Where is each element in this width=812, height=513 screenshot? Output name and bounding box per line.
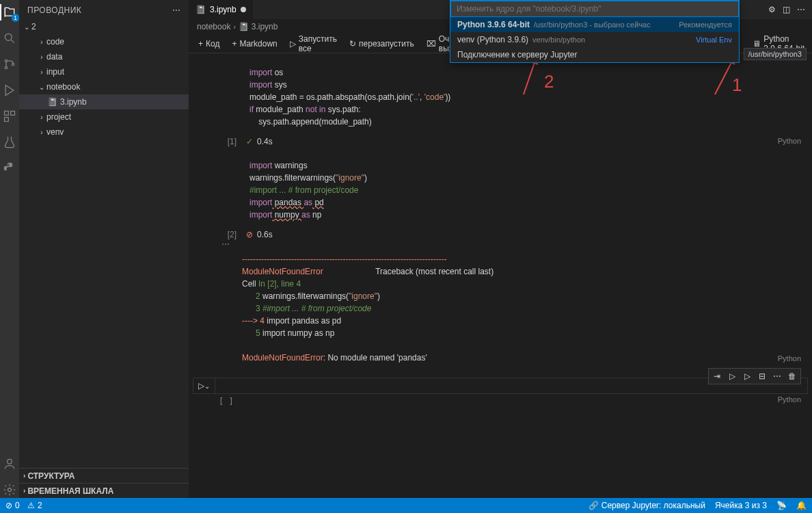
svg-point-0 — [5, 34, 12, 40]
more-icon[interactable]: ⋯ — [797, 5, 805, 14]
exec-count: [1] — [228, 137, 236, 146]
svg-point-3 — [12, 63, 14, 65]
feedback-icon[interactable]: 📡 — [776, 501, 787, 510]
tree-root[interactable]: ⌄2 — [19, 19, 189, 34]
status-bar: ⊘0 ⚠2 🔗Сервер Jupyter: локальный Ячейка … — [0, 498, 812, 513]
code-cell-active[interactable]: ⇥ ▷ ▷ ⊟ ⋯ 🗑 ▷ ⌄ Python [ ] — [193, 378, 808, 406]
kernel-picker: Python 3.9.6 64-bit/usr/bin/python3 - вы… — [450, 0, 740, 63]
sidebar-more-icon[interactable]: ⋯ — [172, 5, 181, 15]
exec-time: 0.4s — [257, 137, 273, 146]
tab-label: 3.ipynb — [210, 5, 236, 14]
split-cell-icon[interactable]: ⊟ — [755, 370, 769, 382]
warning-icon: ⚠ — [27, 501, 35, 510]
add-code-button[interactable]: + Код — [194, 38, 224, 50]
execute-above-icon[interactable]: ▷ — [725, 370, 739, 382]
notebook-file-icon: 📓 — [195, 5, 206, 14]
code-editor[interactable]: import os import sys module_path = os.pa… — [242, 60, 808, 134]
explorer-icon[interactable]: 1 — [1, 4, 18, 21]
code-editor[interactable]: import warnings warnings.filterwarnings(… — [242, 153, 808, 227]
link-icon: 🔗 — [588, 501, 599, 510]
outline-section[interactable]: › СТРУКТУРА — [19, 468, 189, 483]
exec-time: 0.6s — [257, 230, 273, 239]
explorer-sidebar: ПРОВОДНИК⋯ ⌄2 ›code ›data ›input ⌄notebo… — [19, 0, 189, 498]
status-cell-position[interactable]: Ячейка 3 из 3 — [715, 501, 767, 510]
tree-item[interactable]: ›venv — [19, 124, 189, 140]
svg-rect-5 — [11, 111, 15, 116]
svg-point-8 — [8, 488, 12, 492]
svg-rect-6 — [5, 118, 9, 122]
tree-item[interactable]: ⌄notebook — [19, 79, 189, 94]
tree-item-selected[interactable]: 📓3.ipynb — [19, 94, 189, 109]
file-tree: ⌄2 ›code ›data ›input ⌄notebook 📓3.ipynb… — [19, 18, 189, 468]
extensions-icon[interactable] — [1, 108, 18, 124]
settings-icon[interactable] — [1, 482, 18, 498]
run-all-button[interactable]: ▷ Запустить все — [286, 33, 341, 55]
delete-cell-icon[interactable]: 🗑 — [785, 370, 799, 382]
cell-toolbar: ⇥ ▷ ▷ ⊟ ⋯ 🗑 — [708, 368, 801, 384]
cell-language[interactable]: Python — [778, 395, 801, 404]
activity-bar: 1 — [0, 0, 19, 498]
execute-below-icon[interactable]: ▷ — [740, 370, 754, 382]
run-by-line-icon[interactable]: ⇥ — [710, 370, 724, 382]
run-cell-button[interactable]: ▷ ⌄ — [193, 378, 215, 393]
error-icon: ⊘ — [246, 230, 253, 239]
split-editor-icon[interactable]: ◫ — [783, 5, 790, 14]
tab-notebook[interactable]: 📓 3.ipynb — [189, 0, 254, 19]
kernel-search-input[interactable] — [450, 1, 739, 17]
exec-count: [2] — [228, 230, 236, 239]
account-icon[interactable] — [1, 456, 18, 472]
svg-rect-4 — [5, 111, 9, 116]
timeline-section[interactable]: › ВРЕМЕННАЯ ШКАЛА — [19, 483, 189, 498]
kernel-option[interactable]: venv (Python 3.9.6)venv/bin/python Virtu… — [450, 32, 739, 47]
tree-item[interactable]: ›project — [19, 109, 189, 124]
svg-point-1 — [5, 60, 7, 62]
code-cell[interactable]: import warnings warnings.filterwarnings(… — [193, 153, 808, 364]
output-collapse[interactable]: ⋯ — [221, 239, 808, 249]
editor-area: 📓 3.ipynb ⚙ ◫ ⋯ notebook› 📓3.ipynb + Код… — [189, 0, 812, 498]
notebook-file-icon: 📓 — [239, 22, 249, 31]
sidebar-title: ПРОВОДНИК⋯ — [19, 0, 189, 18]
explorer-badge: 1 — [12, 14, 19, 22]
status-jupyter[interactable]: 🔗Сервер Jupyter: локальный — [588, 501, 705, 510]
testing-icon[interactable] — [1, 134, 18, 150]
add-markdown-button[interactable]: + Markdown — [228, 38, 281, 50]
kernel-option[interactable]: Подключение к серверу Jupyter — [450, 47, 739, 62]
code-cell[interactable]: import os import sys module_path = os.pa… — [193, 60, 808, 146]
restart-button[interactable]: ↻ перезапустить — [345, 38, 418, 50]
bell-icon[interactable]: 🔔 — [796, 501, 807, 510]
gear-icon[interactable]: ⚙ — [768, 5, 776, 14]
tree-item[interactable]: ›input — [19, 64, 189, 79]
error-icon: ⊘ — [5, 501, 12, 510]
cell-language[interactable]: Python — [778, 137, 801, 145]
status-errors[interactable]: ⊘0 ⚠2 — [5, 501, 42, 510]
python-icon[interactable] — [1, 160, 18, 176]
search-icon[interactable] — [1, 30, 18, 47]
scm-icon[interactable] — [1, 56, 18, 73]
cell-language[interactable]: Python — [778, 354, 801, 363]
tree-item[interactable]: ›code — [19, 34, 189, 49]
svg-point-2 — [5, 66, 7, 68]
more-icon[interactable]: ⋯ — [770, 370, 784, 382]
cell-output: ----------------------------------------… — [242, 253, 808, 364]
notebook-file-icon: 📓 — [46, 97, 57, 107]
debug-icon[interactable] — [1, 82, 18, 98]
exec-count: [ ] — [219, 397, 234, 406]
tree-item[interactable]: ›data — [19, 49, 189, 64]
notebook-body: import os import sys module_path = os.pa… — [189, 53, 812, 498]
kernel-option-selected[interactable]: Python 3.9.6 64-bit/usr/bin/python3 - вы… — [450, 17, 739, 32]
svg-point-7 — [8, 459, 12, 464]
unsaved-dot-icon — [241, 7, 246, 12]
success-icon: ✓ — [246, 137, 253, 146]
kernel-indicator[interactable]: 🖥 Python 3.9.6 64-bit /usr/bin/python3 — [753, 34, 807, 53]
server-icon: 🖥 — [753, 39, 761, 49]
